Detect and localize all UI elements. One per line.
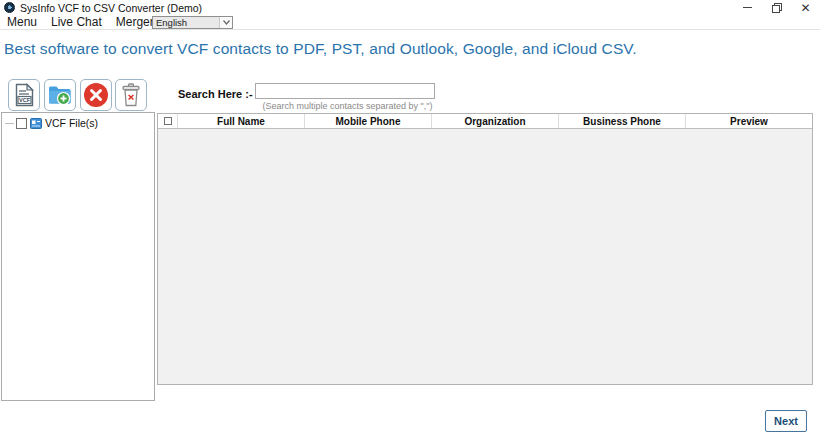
svg-text:VCF: VCF	[19, 97, 31, 103]
contacts-table: Full Name Mobile Phone Organization Busi…	[157, 113, 813, 385]
restore-icon	[772, 3, 782, 13]
menu-item-live-chat[interactable]: Live Chat	[44, 15, 109, 29]
folder-plus-icon	[48, 84, 72, 106]
minimize-icon	[743, 7, 752, 8]
column-header-business-phone[interactable]: Business Phone	[559, 114, 686, 128]
select-all-checkbox[interactable]	[164, 117, 172, 125]
trash-x-icon	[121, 83, 141, 107]
language-dropdown[interactable]: English	[152, 16, 233, 29]
remove-file-button[interactable]	[80, 79, 112, 111]
column-header-full-name[interactable]: Full Name	[178, 114, 305, 128]
column-header-preview[interactable]: Preview	[686, 114, 812, 128]
app-window: SysInfo VCF to CSV Converter (Demo) ✕ Me…	[0, 0, 820, 437]
contacts-table-body-empty	[158, 129, 812, 384]
select-all-header-cell	[158, 114, 178, 128]
language-selected-value: English	[153, 17, 219, 28]
search-hint: (Search multiple contacts separated by "…	[255, 101, 440, 111]
vcf-file-icon: VCF	[13, 83, 35, 107]
contacts-table-header: Full Name Mobile Phone Organization Busi…	[158, 114, 812, 129]
tree-expander-stub	[5, 123, 14, 124]
tree-root-checkbox[interactable]	[16, 118, 27, 129]
column-header-mobile-phone[interactable]: Mobile Phone	[305, 114, 432, 128]
chevron-down-icon	[219, 17, 232, 28]
window-controls: ✕	[733, 0, 820, 15]
menu-item-menu[interactable]: Menu	[0, 15, 44, 29]
search-input[interactable]	[255, 83, 435, 99]
add-folder-button[interactable]	[44, 79, 76, 111]
page-title: Best software to convert VCF contacts to…	[4, 40, 784, 58]
delete-all-button[interactable]	[115, 79, 147, 111]
menu-bar: Menu Live Chat Merger & Splitter English	[0, 15, 820, 30]
vcard-icon	[30, 118, 42, 129]
minimize-button[interactable]	[733, 0, 762, 15]
tree-root-item[interactable]: VCF File(s)	[5, 116, 154, 130]
window-title: SysInfo VCF to CSV Converter (Demo)	[20, 2, 202, 14]
vcf-files-tree-panel: VCF File(s)	[1, 112, 155, 401]
next-button[interactable]: Next	[765, 410, 807, 432]
add-vcf-file-button[interactable]: VCF	[8, 79, 40, 111]
close-icon: ✕	[800, 3, 810, 13]
app-logo-icon	[4, 2, 15, 13]
tree-root-label: VCF File(s)	[45, 117, 98, 129]
close-button[interactable]: ✕	[791, 0, 820, 15]
column-header-organization[interactable]: Organization	[432, 114, 559, 128]
search-label: Search Here :-	[178, 88, 253, 100]
title-bar: SysInfo VCF to CSV Converter (Demo) ✕	[0, 0, 820, 15]
restore-button[interactable]	[762, 0, 791, 15]
red-circle-x-icon	[83, 82, 109, 108]
